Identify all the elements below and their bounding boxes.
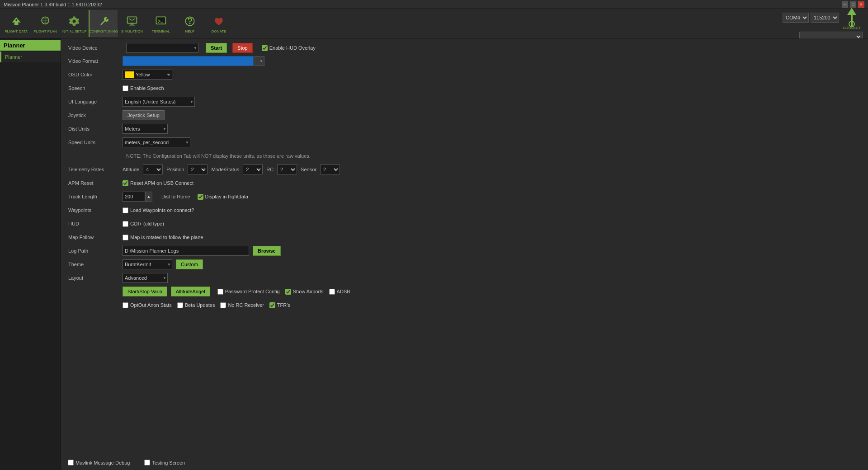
map-follow-checkbox-label[interactable]: Map is rotated to follow the plane	[123, 235, 203, 240]
adsb-checkbox[interactable]	[329, 289, 335, 295]
connection-panel: COM4 115200 CONNECT	[783, 6, 866, 42]
connect-label: CONNECT	[843, 26, 861, 30]
map-follow-checkbox[interactable]	[123, 235, 128, 240]
load-waypoints-checkbox[interactable]	[123, 207, 128, 213]
joystick-setup-button[interactable]: Joystick Setup	[123, 110, 165, 120]
flight-data-label: FLIGHT DATA	[5, 29, 28, 33]
track-length-input[interactable]	[123, 192, 145, 202]
apm-reset-row: APM Reset Reset APM on USB Connect	[68, 178, 861, 188]
donate-button[interactable]: DONATE	[204, 10, 233, 37]
ui-language-select[interactable]: English (United States)	[123, 97, 195, 107]
osd-color-label: OSD Color	[68, 72, 123, 77]
altitude-angel-button[interactable]: AltitudeAngel	[171, 287, 210, 296]
optout-anon-checkbox[interactable]	[123, 302, 128, 308]
apm-reset-checkbox-label[interactable]: Reset APM on USB Connect	[123, 180, 193, 186]
osd-color-display[interactable]: Yellow ▼	[123, 70, 172, 80]
optout-anon-label[interactable]: OptOut Anon Stats	[123, 302, 172, 308]
speed-units-select[interactable]: meters_per_second	[123, 137, 190, 147]
show-airports-label[interactable]: Show Airports	[285, 289, 324, 295]
simulation-button[interactable]: SIMULATION	[118, 10, 146, 37]
hud-row: HUD GDI+ (old type)	[68, 218, 861, 229]
log-path-input[interactable]	[123, 246, 249, 256]
testing-screen-checkbox[interactable]	[144, 460, 150, 465]
apm-reset-text: Reset APM on USB Connect	[130, 180, 193, 186]
sensor-select[interactable]: 2	[320, 164, 340, 174]
attitude-select[interactable]: 4	[143, 164, 163, 174]
track-length-label: Track Length	[68, 194, 123, 199]
tfrs-checkbox[interactable]	[269, 302, 275, 308]
hud-checkbox-text: GDI+ (old type)	[130, 221, 164, 226]
show-airports-checkbox[interactable]	[285, 289, 291, 295]
speed-units-label: Speed Units	[68, 140, 123, 145]
donate-label: DONATE	[212, 29, 226, 33]
speed-units-wrapper: meters_per_second	[123, 137, 190, 147]
mavlink-debug-text: Mavlink Message Debug	[75, 460, 130, 465]
load-waypoints-label[interactable]: Load Waypoints on connect?	[123, 207, 194, 213]
speech-checkbox[interactable]	[123, 85, 128, 91]
stop-button[interactable]: Stop	[232, 43, 253, 53]
layout-wrapper: Advanced	[123, 273, 168, 283]
display-flightdata-text: Display in flightdata	[205, 194, 248, 199]
layout-row: Layout Advanced	[68, 273, 861, 283]
start-button[interactable]: Start	[206, 43, 227, 53]
mode-status-wrapper: 2	[243, 164, 263, 174]
testing-screen-label[interactable]: Testing Screen	[144, 460, 185, 465]
help-button[interactable]: HELP	[175, 10, 204, 37]
video-format-select[interactable]	[255, 56, 264, 66]
video-device-select[interactable]	[126, 43, 198, 53]
theme-select[interactable]: BurntKermit	[123, 259, 172, 269]
start-stop-vario-button[interactable]: Start/Stop Vario	[123, 287, 167, 296]
speech-checkbox-label[interactable]: Enable Speech	[123, 85, 164, 91]
flight-data-button[interactable]: FLIGHT DATA	[2, 10, 31, 37]
mavlink-debug-checkbox[interactable]	[68, 460, 74, 465]
note-text: NOTE: The Configuration Tab will NOT dis…	[126, 153, 311, 159]
map-icon	[38, 14, 52, 28]
svg-point-5	[73, 19, 76, 23]
display-flightdata-label[interactable]: Display in flightdata	[198, 194, 248, 200]
speech-checkbox-text: Enable Speech	[130, 85, 164, 91]
svg-point-16	[189, 23, 191, 24]
enable-hud-text: Enable HUD Overlay	[269, 45, 316, 51]
password-protect-checkbox[interactable]	[217, 289, 223, 295]
mavlink-debug-label[interactable]: Mavlink Message Debug	[68, 460, 130, 465]
attitude-wrapper: 4	[143, 164, 163, 174]
help-icon	[183, 14, 197, 28]
enable-hud-checkbox[interactable]	[262, 45, 268, 51]
terminal-button[interactable]: TERMINAL	[146, 10, 175, 37]
password-protect-label[interactable]: Password Protect Config	[217, 289, 280, 295]
custom-button[interactable]: Custom	[176, 259, 203, 269]
layout-select[interactable]: Advanced	[123, 273, 168, 283]
tfrs-label[interactable]: TFR's	[269, 302, 290, 308]
config-tuning-button[interactable]: CONFIG/TUNING	[89, 10, 118, 37]
video-device-wrapper	[126, 43, 198, 53]
no-rc-receiver-label[interactable]: No RC Receiver	[220, 302, 264, 308]
adsb-label[interactable]: ADSB	[329, 289, 350, 295]
beta-updates-label[interactable]: Beta Updates	[177, 302, 215, 308]
mode-status-select[interactable]: 2	[243, 164, 263, 174]
sidebar: Planner Planner	[0, 38, 61, 470]
app-title: Mission Planner 1.3.49 build 1.1.6410.20…	[4, 2, 102, 7]
load-waypoints-text: Load Waypoints on connect?	[130, 207, 194, 213]
rc-select[interactable]: 2	[277, 164, 297, 174]
apm-reset-checkbox[interactable]	[123, 180, 128, 186]
hud-checkbox[interactable]	[123, 221, 128, 227]
no-rc-receiver-checkbox[interactable]	[220, 302, 226, 308]
map-follow-text: Map is rotated to follow the plane	[130, 235, 203, 240]
position-select[interactable]: 2	[188, 164, 208, 174]
enable-hud-checkbox-label[interactable]: Enable HUD Overlay	[262, 45, 316, 51]
hud-checkbox-label[interactable]: GDI+ (old type)	[123, 221, 164, 227]
initial-setup-button[interactable]: INITIAL SETUP	[60, 10, 89, 37]
baud-rate-select[interactable]: 115200	[811, 13, 839, 23]
display-flightdata-checkbox[interactable]	[198, 194, 203, 200]
beta-updates-checkbox[interactable]	[177, 302, 183, 308]
com-port-select[interactable]: COM4	[783, 13, 809, 23]
flight-plan-button[interactable]: FLIGHT PLAN	[31, 10, 60, 37]
dist-units-select[interactable]: Meters	[123, 124, 168, 134]
track-length-up[interactable]: ▲	[145, 192, 152, 202]
log-path-row: Log Path Browse	[68, 245, 861, 256]
joystick-row: Joystick Joystick Setup	[68, 110, 861, 121]
main-layout: Planner Planner Video Device Start Stop …	[0, 38, 868, 470]
sidebar-item-planner[interactable]: Planner	[0, 52, 61, 62]
browse-button[interactable]: Browse	[253, 246, 281, 256]
video-device-row: Video Device Start Stop Enable HUD Overl…	[68, 43, 861, 53]
